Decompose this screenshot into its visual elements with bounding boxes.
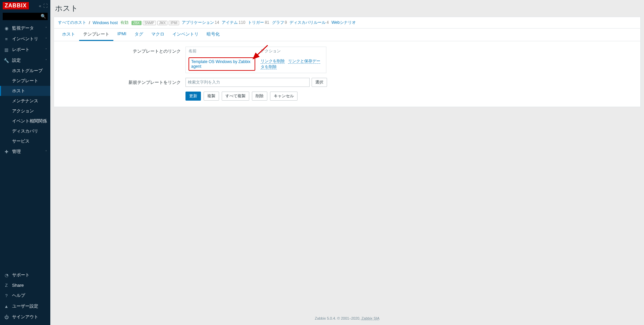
- nav-sub-maintenance[interactable]: メンテナンス: [0, 96, 50, 106]
- update-button[interactable]: 更新: [185, 92, 201, 101]
- footer-label: ユーザー設定: [12, 303, 38, 309]
- delete-button[interactable]: 削除: [252, 92, 267, 101]
- footer-support[interactable]: ◔ サポート: [0, 270, 50, 280]
- footer-label: Share: [12, 283, 24, 288]
- select-button[interactable]: 選択: [312, 78, 327, 87]
- nav-sub-services[interactable]: サービス: [0, 136, 50, 146]
- content: すべてのホスト / Windows host 有効 ZBX SNMP JMX I…: [54, 17, 641, 107]
- unlink-link[interactable]: リンクを削除: [261, 59, 285, 64]
- tab-encryption[interactable]: 暗号化: [203, 29, 224, 41]
- link-items[interactable]: アイテム110: [222, 20, 245, 25]
- nav-sub-templates[interactable]: テンプレート: [0, 76, 50, 86]
- tab-macros[interactable]: マクロ: [147, 29, 168, 41]
- link-discovery[interactable]: ディスカバリルール4: [289, 20, 329, 25]
- link-web[interactable]: Webシナリオ: [331, 20, 356, 25]
- user-icon: ▲: [3, 304, 9, 309]
- page-title: ホスト: [55, 3, 639, 13]
- main-nav: ◉ 監視データ ˅ ≡ インベントリ ˅ ▥ レポート ˅ 🔧 設定 ˄ ホスト…: [0, 23, 50, 157]
- nav-monitoring[interactable]: ◉ 監視データ ˅: [0, 23, 50, 34]
- breadcrumb-separator: /: [89, 20, 90, 25]
- page-footer: Zabbix 5.0.4. © 2001–2020, Zabbix SIA: [50, 312, 644, 325]
- footer-text: Zabbix 5.0.4. © 2001–2020,: [315, 316, 362, 320]
- power-icon: ⏻: [3, 315, 9, 320]
- footer-label: ヘルプ: [12, 292, 25, 299]
- new-template-input[interactable]: 検索文字列を入力: [185, 78, 310, 87]
- link-triggers[interactable]: トリガー81: [248, 20, 269, 25]
- tab-ipmi[interactable]: IPMI: [113, 29, 130, 41]
- tab-host[interactable]: ホスト: [58, 29, 79, 41]
- sidebar: ZABBIX « ⛶ 🔍 ◉ 監視データ ˅ ≡ インベントリ ˅ ▥ レポート…: [0, 0, 50, 325]
- chevron-up-icon: ˄: [45, 59, 47, 62]
- breadcrumb-all-hosts[interactable]: すべてのホスト: [58, 20, 86, 25]
- nav-sub-hosts[interactable]: ホスト: [0, 86, 50, 96]
- link-applications[interactable]: アプリケーション14: [182, 20, 219, 25]
- chevron-down-icon: ˅: [45, 48, 47, 52]
- chevron-down-icon: ˅: [45, 26, 47, 30]
- headset-icon: ◔: [3, 273, 9, 278]
- footer-share[interactable]: Z Share: [0, 280, 50, 290]
- template-link[interactable]: Template OS Windows by Zabbix agent: [191, 59, 251, 69]
- footer-link[interactable]: Zabbix SIA: [362, 316, 380, 320]
- main: ホスト すべてのホスト / Windows host 有効 ZBX SNMP J…: [50, 0, 644, 325]
- list-icon: ≡: [3, 37, 9, 42]
- nav-reports[interactable]: ▥ レポート ˅: [0, 44, 50, 55]
- gear-icon: ✚: [3, 149, 9, 154]
- sidebar-search: 🔍: [3, 13, 48, 20]
- footer-label: サポート: [12, 272, 30, 278]
- footer-label: サインアウト: [12, 314, 38, 320]
- wrench-icon: 🔧: [3, 58, 9, 63]
- nav-configuration-sub: ホストグループ テンプレート ホスト メンテナンス アクション イベント相関関係…: [0, 66, 50, 146]
- badge-jmx: JMX: [157, 21, 167, 25]
- tab-tags[interactable]: タグ: [130, 29, 147, 41]
- breadcrumb-host[interactable]: Windows host: [93, 20, 118, 25]
- tab-templates[interactable]: テンプレート: [79, 29, 113, 41]
- nav-label: インベントリ: [12, 36, 38, 42]
- badge-zbx: ZBX: [131, 21, 141, 25]
- logo[interactable]: ZABBIX: [3, 2, 29, 9]
- status-enabled: 有効: [120, 20, 128, 25]
- z-icon: Z: [3, 283, 9, 288]
- badge-ipmi: IPMI: [169, 21, 179, 25]
- table-row: Template OS Windows by Zabbix agent リンクを…: [186, 55, 326, 73]
- badge-snmp: SNMP: [143, 21, 156, 25]
- cancel-button[interactable]: キャンセル: [270, 92, 298, 101]
- form-area: テンプレートとのリンク 名前 アクション: [54, 41, 640, 107]
- nav-inventory[interactable]: ≡ インベントリ ˅: [0, 34, 50, 44]
- chart-icon: ▥: [3, 47, 9, 52]
- linked-templates-table: 名前 アクション Template OS Windows by Zabbix a…: [185, 47, 326, 73]
- nav-configuration[interactable]: 🔧 設定 ˄: [0, 55, 50, 66]
- nav-label: 監視データ: [12, 25, 34, 31]
- footer-help[interactable]: ? ヘルプ: [0, 290, 50, 301]
- sidebar-header: ZABBIX « ⛶: [0, 0, 50, 11]
- fullclone-button[interactable]: すべて複製: [222, 92, 249, 101]
- question-icon: ?: [3, 293, 9, 298]
- label-linked-templates: テンプレートとのリンク: [58, 47, 185, 73]
- sidebar-footer: ◔ サポート Z Share ? ヘルプ ▲ ユーザー設定 ⏻ サインアウト: [0, 270, 50, 325]
- breadcrumb: すべてのホスト / Windows host 有効 ZBX SNMP JMX I…: [54, 17, 640, 29]
- nav-sub-event-correlation[interactable]: イベント相関関係: [0, 116, 50, 126]
- collapse-icon[interactable]: «: [39, 3, 41, 8]
- link-graphs[interactable]: グラフ9: [272, 20, 287, 25]
- eye-icon: ◉: [3, 26, 9, 31]
- nav-sub-discovery[interactable]: ディスカバリ: [0, 126, 50, 136]
- availability-badges: ZBX SNMP JMX IPMI: [131, 20, 179, 25]
- fullscreen-icon[interactable]: ⛶: [43, 3, 48, 8]
- search-icon[interactable]: 🔍: [41, 14, 46, 19]
- footer-user-settings[interactable]: ▲ ユーザー設定: [0, 301, 50, 312]
- chevron-down-icon: ˅: [45, 150, 47, 154]
- tab-inventory[interactable]: インベントリ: [168, 29, 203, 41]
- nav-label: レポート: [12, 47, 30, 53]
- nav-sub-actions[interactable]: アクション: [0, 106, 50, 116]
- button-row: 更新 複製 すべて複製 削除 キャンセル: [185, 92, 333, 101]
- tabs: ホスト テンプレート IPMI タグ マクロ インベントリ 暗号化: [54, 29, 640, 41]
- clone-button[interactable]: 複製: [204, 92, 219, 101]
- page-title-bar: ホスト: [50, 0, 644, 17]
- nav-administration[interactable]: ✚ 管理 ˅: [0, 146, 50, 157]
- template-highlight-box: Template OS Windows by Zabbix agent: [189, 57, 255, 71]
- footer-signout[interactable]: ⏻ サインアウト: [0, 312, 50, 322]
- label-link-new: 新規テンプレートをリンク: [58, 78, 185, 87]
- nav-label: 設定: [12, 57, 21, 63]
- th-name: 名前: [186, 47, 258, 56]
- nav-sub-hostgroups[interactable]: ホストグループ: [0, 66, 50, 76]
- nav-label: 管理: [12, 149, 21, 155]
